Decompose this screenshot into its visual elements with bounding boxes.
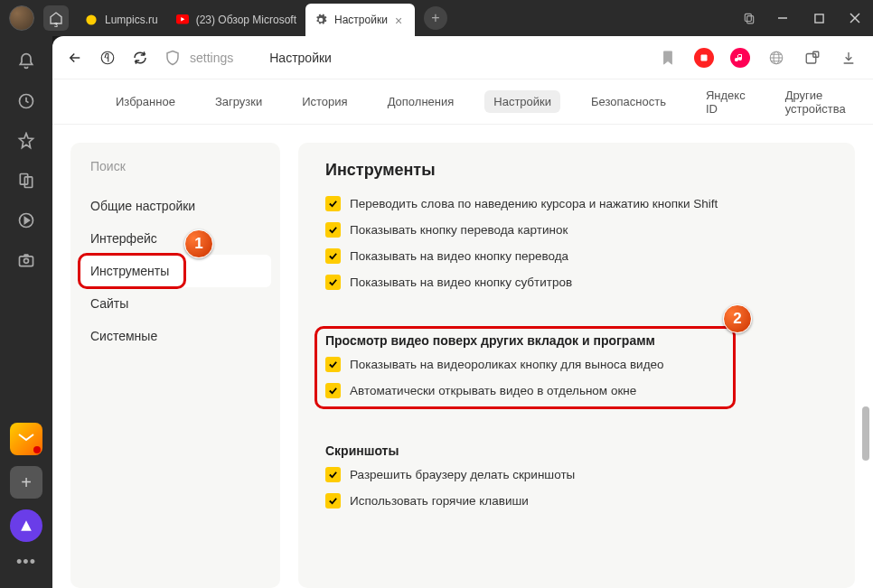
titlebar: 3 Lumpics.ru (23) Обзор Microsoft Настро… bbox=[0, 0, 873, 36]
section-tools-title: Инструменты bbox=[325, 161, 828, 180]
camera-icon[interactable] bbox=[17, 251, 35, 269]
svg-rect-12 bbox=[20, 257, 33, 266]
nav-system[interactable]: Системные bbox=[80, 320, 271, 352]
svg-point-0 bbox=[86, 14, 96, 24]
check-hotkeys[interactable]: Использовать горячие клавиши bbox=[325, 493, 828, 509]
subnav-favorites[interactable]: Избранное bbox=[107, 90, 184, 113]
left-sidebar: + ••• bbox=[0, 36, 52, 588]
search-input[interactable]: Поиск bbox=[80, 159, 271, 190]
tab-settings[interactable]: Настройки × bbox=[305, 4, 415, 36]
add-panel-button[interactable]: + bbox=[10, 466, 42, 499]
play-icon[interactable] bbox=[17, 211, 35, 229]
check-screenshots[interactable]: Разрешить браузеру делать скриншоты bbox=[325, 467, 828, 482]
copy-icon[interactable] bbox=[743, 12, 756, 24]
section-pip-title: Просмотр видео поверх других вкладок и п… bbox=[325, 333, 828, 348]
settings-sidebar: Поиск Общие настройки Интерфейс Инструме… bbox=[70, 143, 280, 588]
nav-interface[interactable]: Интерфейс bbox=[80, 222, 271, 255]
back-button[interactable] bbox=[67, 50, 83, 66]
subnav-security[interactable]: Безопасность bbox=[582, 90, 675, 113]
settings-panel: Инструменты Переводить слова по наведени… bbox=[298, 143, 855, 588]
clock-icon[interactable] bbox=[17, 92, 35, 110]
more-icon[interactable]: ••• bbox=[16, 553, 36, 572]
url-text: settings bbox=[190, 51, 233, 65]
alice-button[interactable] bbox=[10, 509, 42, 542]
subnav-addons[interactable]: Дополнения bbox=[379, 90, 464, 113]
minimize-button[interactable] bbox=[765, 2, 801, 34]
check-translate-images[interactable]: Показывать кнопку перевода картинок bbox=[325, 222, 828, 238]
reload-button[interactable] bbox=[132, 50, 148, 66]
subnav-history[interactable]: История bbox=[293, 90, 356, 113]
check-pip-auto[interactable]: Автоматически открывать видео в отдельно… bbox=[325, 383, 828, 398]
tab-youtube[interactable]: (23) Обзор Microsoft bbox=[167, 4, 305, 36]
check-pip-button[interactable]: Показывать на видеороликах кнопку для вы… bbox=[325, 357, 828, 372]
scrollbar[interactable] bbox=[860, 72, 871, 397]
profile-avatar[interactable] bbox=[9, 5, 34, 31]
tab-label: Настройки bbox=[334, 14, 388, 26]
close-icon[interactable]: × bbox=[395, 14, 406, 25]
bookmark-icon[interactable] bbox=[17, 172, 35, 190]
youtube-icon bbox=[176, 14, 189, 26]
downloads-icon[interactable] bbox=[839, 48, 859, 68]
tab-lumpics[interactable]: Lumpics.ru bbox=[76, 4, 167, 36]
url-box[interactable]: settings Настройки bbox=[164, 50, 642, 66]
extensions-icon[interactable] bbox=[803, 48, 822, 68]
check-translate-words[interactable]: Переводить слова по наведению курсора и … bbox=[325, 196, 828, 211]
shield-icon bbox=[164, 50, 181, 66]
check-video-translate[interactable]: Показывать на видео кнопку перевода bbox=[325, 248, 828, 264]
check-video-subtitles[interactable]: Показывать на видео кнопку субтитров bbox=[325, 275, 828, 290]
address-bar: settings Настройки bbox=[52, 36, 873, 79]
mail-icon[interactable] bbox=[10, 423, 42, 455]
subnav-settings[interactable]: Настройки bbox=[484, 90, 560, 113]
new-tab-button[interactable]: + bbox=[424, 6, 447, 30]
url-title: Настройки bbox=[269, 51, 332, 65]
maximize-button[interactable] bbox=[801, 2, 837, 34]
subnav-devices[interactable]: Другие устройства bbox=[776, 84, 855, 120]
bookmark-page-icon[interactable] bbox=[658, 48, 678, 68]
globe-icon[interactable] bbox=[766, 48, 786, 68]
yandex-icon[interactable] bbox=[99, 50, 116, 66]
annotation-callout-1: 1 bbox=[184, 229, 213, 258]
svg-rect-18 bbox=[806, 53, 816, 63]
subnav-downloads[interactable]: Загрузки bbox=[206, 90, 271, 113]
lumpics-icon bbox=[85, 14, 98, 26]
nav-tools[interactable]: Инструменты bbox=[80, 255, 271, 287]
svg-rect-5 bbox=[814, 14, 822, 22]
svg-rect-3 bbox=[747, 16, 754, 23]
bell-icon[interactable] bbox=[17, 52, 35, 70]
section-screenshots-title: Скриншоты bbox=[325, 443, 828, 458]
tab-label: Lumpics.ru bbox=[105, 14, 158, 26]
adblock-icon[interactable] bbox=[694, 48, 714, 68]
music-icon[interactable] bbox=[730, 48, 750, 68]
close-window-button[interactable] bbox=[837, 2, 873, 34]
subnav: Избранное Загрузки История Дополнения На… bbox=[52, 79, 873, 125]
home-badge: 3 bbox=[54, 22, 58, 28]
tab-label: (23) Обзор Microsoft bbox=[196, 14, 296, 26]
gear-icon bbox=[314, 14, 327, 26]
annotation-callout-2: 2 bbox=[723, 304, 752, 333]
subnav-yandexid[interactable]: Яндекс ID bbox=[697, 84, 755, 120]
star-icon[interactable] bbox=[17, 132, 35, 150]
svg-point-13 bbox=[24, 258, 29, 263]
nav-sites[interactable]: Сайты bbox=[80, 287, 271, 320]
svg-rect-2 bbox=[745, 14, 751, 21]
home-button[interactable]: 3 bbox=[43, 5, 69, 31]
nav-general[interactable]: Общие настройки bbox=[80, 190, 271, 222]
content-area: settings Настройки Избранное Загрузки Ис… bbox=[52, 36, 873, 588]
